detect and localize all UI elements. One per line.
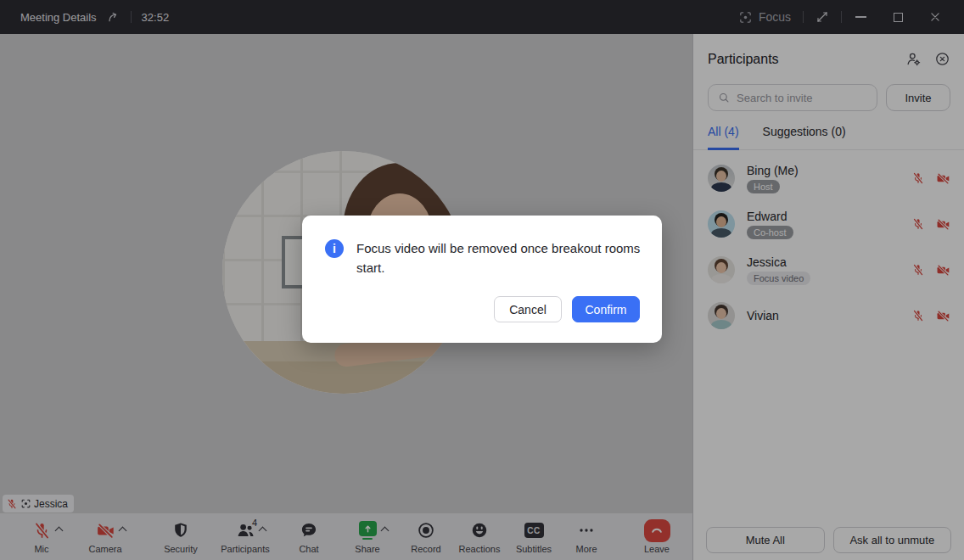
confirm-dialog: i Focus video will be removed once break… <box>302 216 662 343</box>
cancel-button[interactable]: Cancel <box>494 296 562 322</box>
info-icon: i <box>325 239 344 258</box>
dialog-message: Focus video will be removed once breakou… <box>356 238 642 277</box>
confirm-button[interactable]: Confirm <box>572 296 640 322</box>
